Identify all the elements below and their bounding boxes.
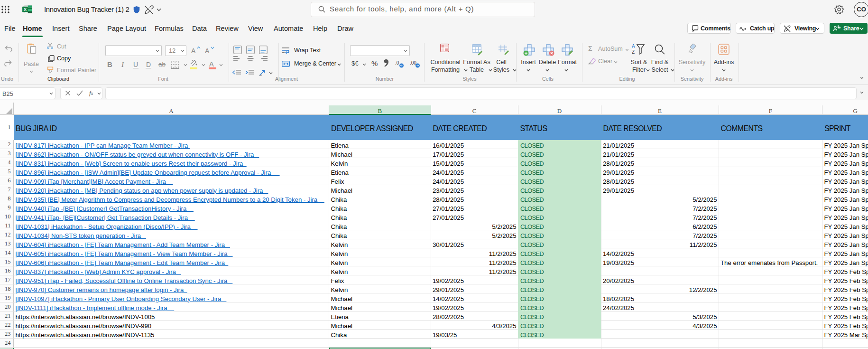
svg-text:A: A bbox=[632, 44, 635, 49]
svg-text:.00: .00 bbox=[410, 60, 416, 66]
svg-text:.0: .0 bbox=[395, 60, 399, 66]
svg-text:X: X bbox=[24, 7, 27, 12]
svg-text:Z: Z bbox=[632, 49, 635, 55]
